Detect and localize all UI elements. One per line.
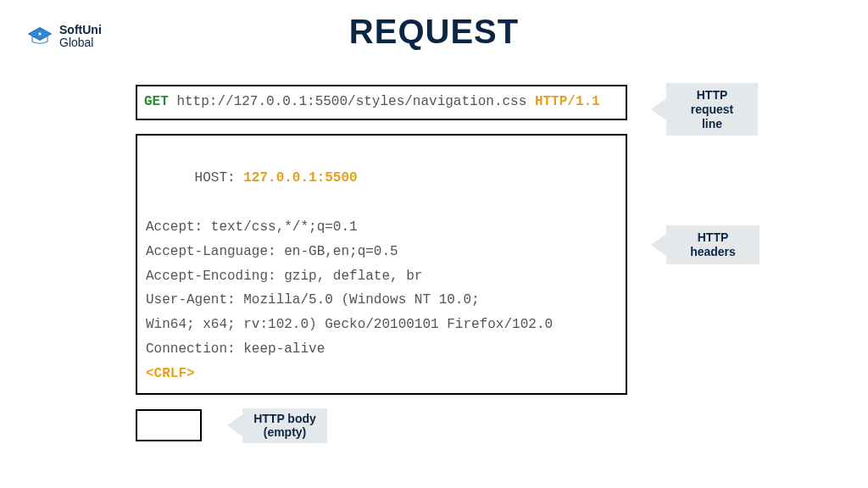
- http-headers-box: HOST: 127.0.0.1:5500 Accept: text/css,*/…: [136, 134, 627, 395]
- http-protocol: HTTP/1.1: [535, 94, 600, 109]
- http-request-line-label: HTTP requestline: [651, 83, 758, 136]
- header-crlf: <CRLF>: [146, 362, 617, 386]
- header-host: HOST: 127.0.0.1:5500: [146, 142, 617, 215]
- arrow-left-icon: [651, 98, 666, 120]
- header-connection: Connection: keep-alive: [146, 337, 617, 362]
- header-accept: Accept: text/css,*/*;q=0.1: [146, 215, 617, 240]
- http-url: http://127.0.0.1:5500/styles/navigation.…: [169, 94, 535, 109]
- http-request-line-label-text: HTTP requestline: [666, 83, 758, 136]
- header-accept-encoding: Accept-Encoding: gzip, deflate, br: [146, 264, 617, 289]
- http-method: GET: [144, 94, 169, 109]
- header-user-agent-line1: User-Agent: Mozilla/5.0 (Windows NT 10.0…: [146, 288, 617, 313]
- page-title: REQUEST: [0, 13, 868, 51]
- arrow-left-icon: [227, 414, 242, 436]
- header-host-key: HOST:: [195, 170, 244, 186]
- header-user-agent-line2: Win64; x64; rv:102.0) Gecko/20100101 Fir…: [146, 313, 617, 337]
- http-headers-label: HTTP headers: [651, 225, 760, 264]
- http-body-row: HTTP body(empty): [136, 408, 746, 444]
- header-host-value: 127.0.0.1:5500: [243, 170, 357, 186]
- header-accept-language: Accept-Language: en-GB,en;q=0.5: [146, 240, 617, 264]
- http-body-label-text: HTTP body(empty): [242, 408, 327, 444]
- http-request-line-box: GET http://127.0.0.1:5500/styles/navigat…: [136, 85, 627, 120]
- http-body-label: HTTP body(empty): [227, 408, 327, 444]
- http-headers-label-text: HTTP headers: [666, 225, 760, 264]
- arrow-left-icon: [651, 234, 666, 256]
- http-body-box: [136, 409, 202, 441]
